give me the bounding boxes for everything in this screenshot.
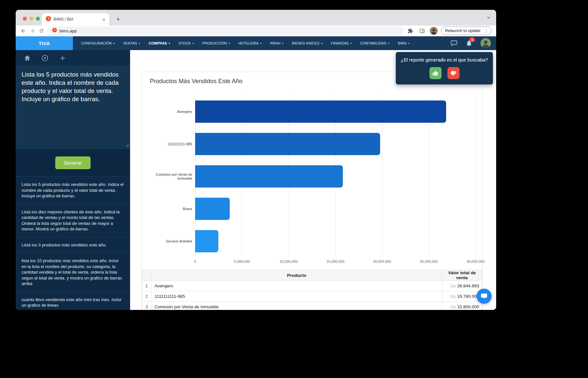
resize-handle[interactable] xyxy=(126,142,129,148)
axis-tick-label: 20,000,000 xyxy=(373,260,391,263)
history-item[interactable]: Lista los diez mejores clientes de este … xyxy=(16,204,130,237)
nav-item-compras[interactable]: COMPRAS▾ xyxy=(144,36,174,50)
chart-bar-row xyxy=(195,160,476,192)
history-item[interactable]: lista los 10 productos mas vendidos este… xyxy=(16,253,130,292)
chat-icon[interactable] xyxy=(450,40,458,47)
chart-category-label: Comisión por Venta de Inmueble xyxy=(148,160,195,192)
thumbs-down-button[interactable] xyxy=(447,67,460,79)
prompt-input[interactable]: Lista los 5 productos más vendidos este … xyxy=(22,70,124,145)
notification-badge: 1 xyxy=(469,37,475,42)
chevron-down-icon: ▾ xyxy=(169,42,170,45)
back-button[interactable] xyxy=(19,27,27,35)
nav-item-hoteleria[interactable]: HOTELERÍA▾ xyxy=(234,36,266,50)
report-table-body: 1AvengersGs 26.844.89321111111111-985Gs … xyxy=(142,281,482,310)
tab-close-icon[interactable]: × xyxy=(101,17,107,22)
row-product: 1111111111-985 xyxy=(151,291,442,302)
row-value: Gs 26.844.893 xyxy=(442,281,482,291)
chevron-down-icon: ▾ xyxy=(388,42,389,45)
new-tab-button[interactable]: + xyxy=(114,15,123,24)
browser-window: BIMS / BIA × + bims.app xyxy=(16,10,496,310)
extensions-puzzle-icon[interactable] xyxy=(406,27,415,35)
chart-bar-servicio-antelink[interactable] xyxy=(195,230,218,252)
thumbs-up-button[interactable] xyxy=(429,67,442,79)
nav-item-label: HOTELERÍA xyxy=(238,41,259,45)
chart-labels: Avengers1111111111-985Comisión por Venta… xyxy=(148,95,195,257)
nav-item-label: RRHH xyxy=(270,41,280,45)
browser-tab[interactable]: BIMS / BIA × xyxy=(42,13,109,26)
tab-search-chevron-icon[interactable] xyxy=(486,15,491,21)
generate-button[interactable]: Generar xyxy=(55,156,90,169)
nav-item-label: VENTAS xyxy=(123,41,137,45)
row-value: Gs 19.780.000 xyxy=(442,291,482,302)
chat-launcher-button[interactable] xyxy=(477,289,492,304)
toolbar-right-cluster: Relaunch to update ⋮ xyxy=(406,27,493,35)
side-panel-icon[interactable] xyxy=(418,27,427,35)
chart-bar-brave[interactable] xyxy=(195,198,230,220)
browser-profile-avatar[interactable] xyxy=(430,27,438,35)
chart-bar-avengers[interactable] xyxy=(195,100,446,123)
axis-tick-label: 0 xyxy=(194,260,196,263)
browser-menu-kebab-icon[interactable]: ⋮ xyxy=(483,28,490,33)
chart-area: Avengers1111111111-985Comisión por Venta… xyxy=(148,95,476,257)
axis-tick-label: 5,000,000 xyxy=(234,260,250,263)
history-item[interactable]: Listá los 3 productos más vendidos este … xyxy=(16,237,130,253)
generate-section: Generar xyxy=(16,149,130,176)
axis-tick-label: 15,000,000 xyxy=(326,260,344,263)
nav-item-stock[interactable]: STOCK▾ xyxy=(174,36,198,50)
table-row[interactable]: 1AvengersGs 26.844.893 xyxy=(142,281,482,291)
nav-item-label: BIMS xyxy=(398,41,407,45)
minimize-window-button[interactable] xyxy=(29,17,33,21)
row-index: 1 xyxy=(142,281,151,291)
user-avatar[interactable] xyxy=(480,38,491,48)
sidebar-toolbar xyxy=(16,50,130,66)
feedback-toast: ¿El reporte generado es el que buscaba? xyxy=(396,52,493,84)
reload-button[interactable] xyxy=(37,27,46,35)
app-body: Lista los 5 productos más vendidos este … xyxy=(16,50,496,310)
main-content: Productos Más Vendidos Este Año Avengers… xyxy=(130,50,496,310)
nav-item-bims[interactable]: BIMS▾ xyxy=(394,36,414,50)
table-row[interactable]: 21111111111-985Gs 19.780.000 xyxy=(142,291,482,302)
favicon-icon xyxy=(46,16,51,23)
history-item[interactable]: Lista los 5 productos más vendidos este … xyxy=(16,176,130,204)
brand-logo[interactable]: TIVA xyxy=(16,36,73,50)
currency-label: Gs xyxy=(450,283,457,288)
nav-item-configuracion[interactable]: CONFIGURACIÓN▾ xyxy=(77,36,119,50)
chart-bar-row xyxy=(195,95,476,128)
window-controls xyxy=(23,17,40,21)
chart-bar-1111111111-985[interactable] xyxy=(195,133,380,155)
nav-item-finanzas[interactable]: FINANZAS▾ xyxy=(327,36,356,50)
chart-category-label: Servicio Antelink xyxy=(148,225,195,257)
address-bar[interactable]: bims.app xyxy=(48,27,404,35)
chevron-down-icon: ▾ xyxy=(408,42,410,45)
chevron-down-icon: ▾ xyxy=(260,42,261,45)
nav-item-produccion[interactable]: PRODUCCIÓN▾ xyxy=(198,36,234,50)
nav-item-label: CONFIGURACIÓN xyxy=(81,41,112,45)
feedback-question: ¿El reporte generado es el que buscaba? xyxy=(400,57,488,63)
table-row[interactable]: 3Comisión por Venta de InmuebleGs 15.800… xyxy=(142,302,482,310)
navbar-menu: CONFIGURACIÓN▾VENTAS▾COMPRAS▾STOCK▾PRODU… xyxy=(73,36,414,50)
maximize-window-button[interactable] xyxy=(36,17,40,21)
relaunch-to-update-button[interactable]: Relaunch to update ⋮ xyxy=(441,27,492,35)
nav-item-rrhh[interactable]: RRHH▾ xyxy=(266,36,288,50)
new-prompt-plus-icon[interactable] xyxy=(59,54,66,62)
chevron-down-icon: ▾ xyxy=(228,42,230,45)
chevron-down-icon: ▾ xyxy=(139,42,140,45)
notifications-bell-icon[interactable]: 1 xyxy=(465,40,473,47)
chevron-down-icon: ▾ xyxy=(321,42,322,45)
chevron-down-icon: ▾ xyxy=(350,42,352,45)
home-icon[interactable] xyxy=(24,54,31,62)
chart-bar-comision-por-venta-de-inmueble[interactable] xyxy=(195,165,343,188)
nav-item-ventas[interactable]: VENTAS▾ xyxy=(119,36,144,50)
history-item[interactable]: cuanto llevo vendiendo este año mes tras… xyxy=(16,292,130,310)
nav-item-contabilidad[interactable]: CONTABILIDAD▾ xyxy=(356,36,394,50)
nav-item-bienes-raices[interactable]: BIENES RAÍCES▾ xyxy=(288,36,327,50)
header-index xyxy=(142,270,151,281)
bia-sidebar: Lista los 5 productos más vendidos este … xyxy=(16,50,130,310)
amount-value: 19.780.000 xyxy=(457,294,479,299)
url-text: bims.app xyxy=(59,28,77,33)
tab-title: BIMS / BIA xyxy=(54,17,99,22)
row-product: Comisión por Venta de Inmueble xyxy=(151,302,442,310)
forward-button[interactable] xyxy=(28,27,37,35)
close-window-button[interactable] xyxy=(23,17,27,21)
compass-icon[interactable] xyxy=(41,54,49,62)
